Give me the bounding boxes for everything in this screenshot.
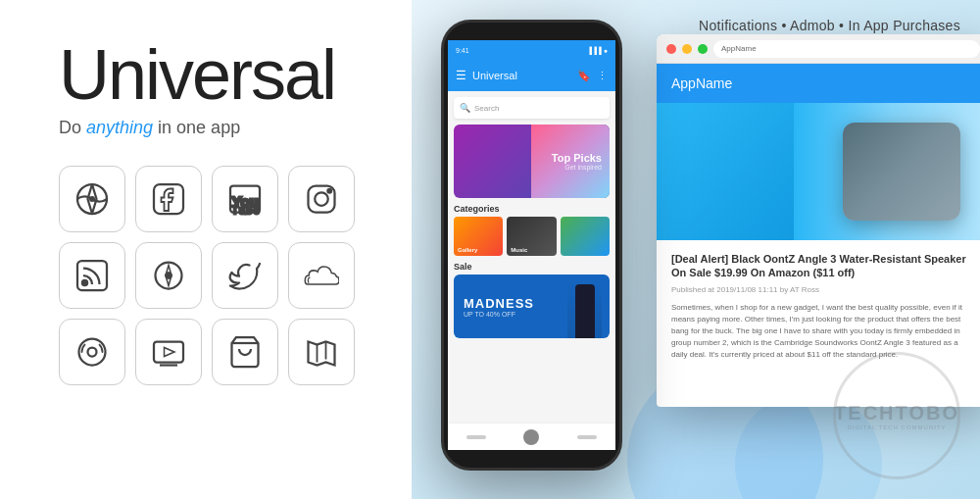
wordpress-icon <box>74 181 110 217</box>
phone-category-1: Gallery <box>454 217 503 256</box>
speaker-shape <box>843 123 960 221</box>
nav-back <box>466 435 486 439</box>
phone-search-label: Search <box>474 104 499 113</box>
features-label: Notifications • Admob • In App Purchases <box>699 18 960 33</box>
browser-url-text: AppName <box>721 44 757 53</box>
phone-sale-banner: MADNESS UP TO 40% OFF <box>454 274 610 338</box>
svg-point-15 <box>79 339 106 366</box>
phone-banner-title: Top Picks <box>552 152 602 164</box>
left-panel: Universal Do anything in one app You <box>0 0 431 499</box>
youtube-icon: You Tube <box>227 181 263 217</box>
svg-rect-17 <box>154 342 183 363</box>
phone-sale-text: MADNESS UP TO 40% OFF <box>464 296 534 318</box>
browser-url-bar: AppName <box>713 40 980 58</box>
phone-cat-label-1: Gallery <box>458 247 477 253</box>
browser-toolbar: AppName <box>657 34 980 64</box>
app-tagline: Do anything in one app <box>59 118 240 138</box>
map-icon <box>304 334 339 370</box>
phone-sale-label: Sale <box>448 262 615 274</box>
tagline-prefix: Do <box>59 118 86 137</box>
phone-menu-icon: ☰ <box>456 69 466 82</box>
browser-close-dot <box>666 44 676 54</box>
compass-icon-box <box>135 242 202 309</box>
youtube-icon-box: You Tube <box>212 166 278 232</box>
svg-point-16 <box>88 348 97 357</box>
instagram-icon-box <box>288 166 355 232</box>
browser-app-title: AppName <box>671 75 732 91</box>
app-title: Universal <box>59 39 335 110</box>
watermark-title: TECHTOBO <box>834 402 959 424</box>
svg-point-7 <box>315 192 328 206</box>
phone-category-3 <box>561 217 610 256</box>
twitter-icon <box>227 258 263 293</box>
radio-icon-box <box>59 319 125 385</box>
tagline-highlight: anything <box>86 118 153 137</box>
svg-point-14 <box>167 274 172 278</box>
watermark-circle: TECHTOBO DIGITAL TECH COMMUNITY <box>833 352 960 479</box>
phone-nav-bar <box>448 423 615 450</box>
video-icon-box <box>135 319 202 385</box>
twitter-icon-box <box>212 242 278 309</box>
nav-recents <box>577 435 597 439</box>
tagline-suffix: in one app <box>153 118 240 137</box>
phone-category-2: Music <box>507 217 556 256</box>
facebook-icon-box <box>135 166 202 232</box>
article-meta: Published at 2019/11/08 11:11 by AT Ross <box>671 285 975 294</box>
phone-more-icon: ⋮ <box>597 70 608 82</box>
radio-icon <box>74 334 110 370</box>
phone-categories-label: Categories <box>448 204 615 217</box>
watermark-subtitle: DIGITAL TECH COMMUNITY <box>847 424 946 430</box>
rss-icon <box>74 258 110 293</box>
features-bar: Notifications • Admob • In App Purchases <box>699 18 960 33</box>
phone-cat-label-2: Music <box>511 247 527 253</box>
browser-hero-image <box>794 103 980 240</box>
browser-hero <box>657 103 980 240</box>
phone-status-bar: 9:41 ▐▐▐ ● <box>448 40 615 60</box>
phone-banner: Top Picks Get inspired <box>454 125 610 198</box>
svg-point-10 <box>82 280 87 285</box>
phone-sale-main: MADNESS <box>464 296 534 311</box>
nav-home <box>523 429 539 445</box>
svg-point-8 <box>328 189 331 192</box>
svg-text:Tube: Tube <box>232 204 262 216</box>
shopping-icon-box <box>212 319 278 385</box>
facebook-icon <box>151 181 186 217</box>
rss-icon-box <box>59 242 125 309</box>
compass-icon <box>151 258 186 293</box>
svg-rect-9 <box>77 261 107 290</box>
phone-search-icon: 🔍 <box>460 103 470 113</box>
phone-search-bar: 🔍 Search <box>454 97 610 119</box>
right-panel: Notifications • Admob • In App Purchases… <box>412 0 980 499</box>
watermark: TECHTOBO DIGITAL TECH COMMUNITY <box>833 352 960 479</box>
sale-person-shape <box>575 284 595 338</box>
instagram-icon <box>304 181 339 217</box>
phone-toolbar-title: Universal <box>472 70 571 81</box>
phone-banner-subtitle: Get inspired <box>552 164 602 171</box>
phone-bookmark-icon: 🔖 <box>577 70 591 82</box>
soundcloud-icon <box>304 258 339 293</box>
phone-mockup: 9:41 ▐▐▐ ● ☰ Universal 🔖 ⋮ 🔍 Search Top … <box>441 20 622 471</box>
icons-grid: You Tube <box>59 166 357 387</box>
svg-marker-19 <box>165 348 175 357</box>
phone-time: 9:41 <box>456 47 469 54</box>
phone-banner-text: Top Picks Get inspired <box>552 152 602 171</box>
svg-point-1 <box>89 196 95 202</box>
video-icon <box>151 334 186 370</box>
soundcloud-icon-box <box>288 242 355 309</box>
phone-toolbar: ☰ Universal 🔖 ⋮ <box>448 60 615 91</box>
phone-sale-figure <box>567 274 602 338</box>
phone-sale-sub: UP TO 40% OFF <box>464 311 534 318</box>
phone-screen: 9:41 ▐▐▐ ● ☰ Universal 🔖 ⋮ 🔍 Search Top … <box>448 40 615 450</box>
phone-signal: ▐▐▐ ● <box>587 47 608 54</box>
map-icon-box <box>288 319 355 385</box>
shopping-icon <box>227 334 263 370</box>
phone-categories: Gallery Music <box>448 217 615 262</box>
browser-app-bar: AppName <box>657 64 980 103</box>
browser-minimize-dot <box>682 44 692 54</box>
article-title: [Deal Alert] Black OontZ Angle 3 Water-R… <box>671 252 975 280</box>
browser-mockup: AppName AppName [Deal Alert] Black OontZ… <box>657 34 980 407</box>
browser-expand-dot <box>698 44 708 54</box>
wordpress-icon-box <box>59 166 125 232</box>
